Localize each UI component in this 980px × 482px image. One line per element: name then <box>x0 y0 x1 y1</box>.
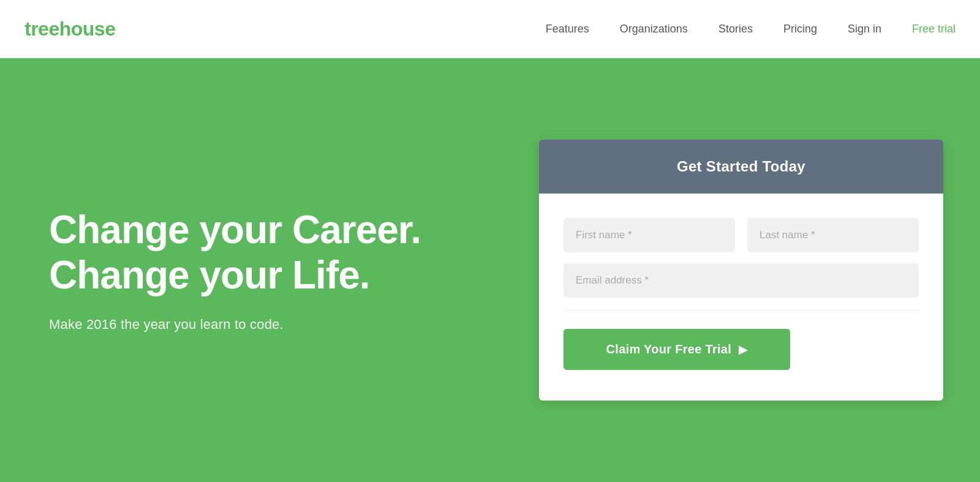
nav-signin[interactable]: Sign in <box>848 23 881 36</box>
name-fields-row <box>564 218 919 252</box>
nav-free-trial[interactable]: Free trial <box>912 23 956 36</box>
hero-subtext: Make 2016 the year you learn to code. <box>49 317 514 333</box>
nav-stories[interactable]: Stories <box>718 23 753 36</box>
nav-organizations[interactable]: Organizations <box>620 23 688 36</box>
email-field-row <box>564 263 919 298</box>
hero-heading: Change your Career. Change your Life. <box>49 208 514 298</box>
hero-heading-line2: Change your Life. <box>49 253 370 297</box>
form-card-header: Get Started Today <box>539 140 943 194</box>
nav-pricing[interactable]: Pricing <box>783 23 817 36</box>
site-logo[interactable]: treehouse <box>24 18 115 40</box>
claim-trial-arrow-icon: ▶ <box>739 343 747 356</box>
site-header: treehouse Features Organizations Stories… <box>0 0 980 58</box>
hero-section: Change your Career. Change your Life. Ma… <box>0 58 980 482</box>
last-name-input[interactable] <box>747 218 919 252</box>
first-name-input[interactable] <box>564 218 735 252</box>
hero-heading-line1: Change your Career. <box>49 208 421 252</box>
form-divider <box>564 310 919 311</box>
signup-form-card: Get Started Today Claim Your Free Trial … <box>539 140 943 401</box>
form-card-body: Claim Your Free Trial ▶ <box>539 194 943 401</box>
hero-text-block: Change your Career. Change your Life. Ma… <box>49 208 539 332</box>
main-nav: Features Organizations Stories Pricing S… <box>546 23 956 36</box>
email-input[interactable] <box>564 263 919 298</box>
nav-features[interactable]: Features <box>546 23 589 36</box>
form-card-title: Get Started Today <box>564 158 919 175</box>
claim-trial-label: Claim Your Free Trial <box>606 342 732 356</box>
claim-trial-button[interactable]: Claim Your Free Trial ▶ <box>564 329 790 370</box>
